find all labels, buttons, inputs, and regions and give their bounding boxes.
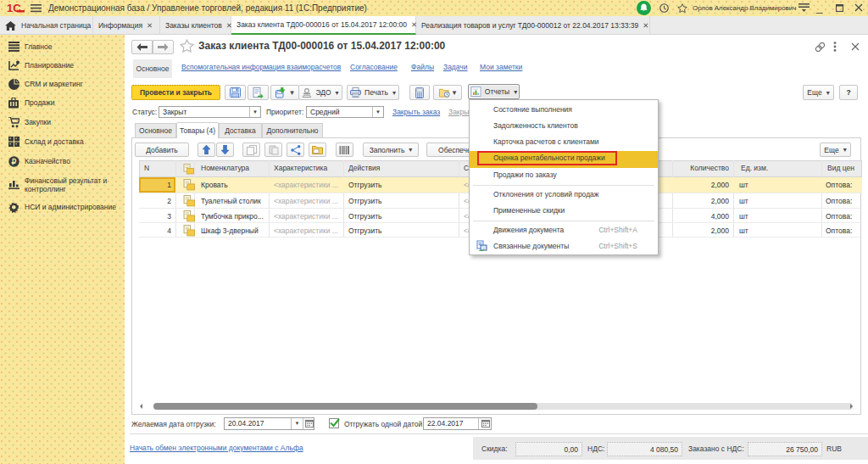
svg-text:₽: ₽ [12,158,17,166]
